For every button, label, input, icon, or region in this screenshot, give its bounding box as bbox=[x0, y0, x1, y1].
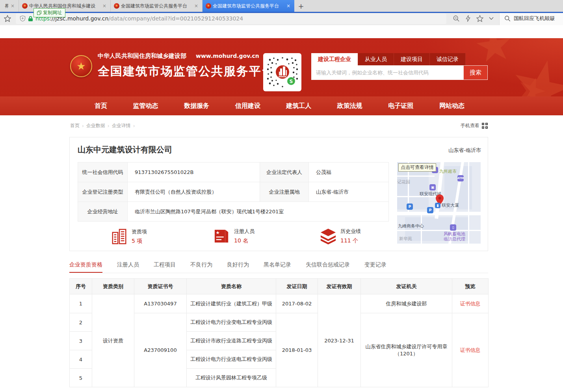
certificate-info-link[interactable]: 证书信息 bbox=[460, 301, 481, 307]
main-navigation: 首页 监管动态 数据服务 信用建设 建筑工人 政策法规 电子证照 网站动态 bbox=[0, 96, 563, 115]
table-row: 1 设计资质 A137030497 工程设计建筑行业（建筑工程）甲级 2017-… bbox=[70, 294, 489, 313]
map-label-supermarket: 九州超市 bbox=[439, 169, 457, 174]
company-name: 山东中元建筑设计有限公司 bbox=[78, 144, 172, 155]
search-icon bbox=[504, 15, 511, 22]
tab-dishonesty-records[interactable]: 失信联合惩戒记录 bbox=[306, 261, 350, 273]
tab-registered-personnel[interactable]: 注册人员 bbox=[117, 261, 139, 273]
cell-no: 1 bbox=[70, 294, 92, 313]
favorite-star-icon[interactable] bbox=[476, 15, 483, 22]
tab-close-icon[interactable]: × bbox=[102, 3, 107, 9]
emblem-favicon-icon: ★ bbox=[206, 3, 211, 9]
url-text[interactable]: https://jzsc.mohurd.gov.cn/data/company/… bbox=[35, 15, 243, 22]
tab-qualifications[interactable]: 企业资质资格 bbox=[69, 261, 102, 273]
keyword-search-input[interactable] bbox=[311, 65, 463, 80]
browser-tab-1[interactable]: 界 × bbox=[0, 0, 19, 12]
browser-tab-3[interactable]: ★ 全国建筑市场监管公共服务平台 × bbox=[111, 0, 203, 12]
stat-qualifications[interactable]: 资质项 5 项 bbox=[111, 228, 147, 245]
qualification-table: 序号 资质类别 资质证书号 资质名称 发证日期 发证有效期 发证机关 预览 1 … bbox=[69, 278, 489, 387]
tab-bad-behavior[interactable]: 不良行为 bbox=[190, 261, 212, 273]
battery-pin-icon: ▯ bbox=[450, 224, 456, 231]
cell-no: 5 bbox=[70, 369, 92, 387]
reg-region-label: 企业注册属地 bbox=[260, 182, 309, 202]
location-map[interactable]: 点击可查看详情 ● 九州超市 ATM 记花园 ▣ 联安现代城 ▮ 联安大厦 P … bbox=[397, 162, 481, 244]
company-stats: 资质项 5 项 ★ 注册人员 10 名 bbox=[78, 228, 388, 248]
search-button[interactable]: 搜索 bbox=[463, 65, 488, 80]
breadcrumb-separator: › bbox=[133, 123, 135, 129]
tab-close-icon[interactable]: × bbox=[193, 3, 199, 9]
nav-item-home[interactable]: 首页 bbox=[95, 102, 107, 110]
shield-permissions-icon[interactable] bbox=[20, 15, 26, 22]
header-search-panel: 建设工程企业 从业人员 建设项目 诚信记录 搜索 bbox=[311, 53, 488, 80]
breadcrumb-home[interactable]: 首页 bbox=[70, 122, 80, 129]
cell-name: 工程设计市政行业道路工程专业丙级 bbox=[187, 332, 276, 350]
site-logo[interactable]: ★ 中华人民共和国住房和城乡建设部 www.mohurd.gov.cn 全国建筑… bbox=[70, 52, 274, 80]
tab-change-records[interactable]: 变更记录 bbox=[364, 261, 386, 273]
lightning-icon[interactable] bbox=[465, 15, 471, 22]
tab-blacklist[interactable]: 黑名单记录 bbox=[264, 261, 291, 273]
map-label-battery-line1: 风帆蓄电池 bbox=[444, 232, 465, 237]
search-tab-enterprise[interactable]: 建设工程企业 bbox=[311, 53, 358, 65]
nav-item-supervision[interactable]: 监管动态 bbox=[133, 102, 158, 110]
copy-icon bbox=[37, 11, 41, 15]
search-tab-credit[interactable]: 诚信记录 bbox=[430, 53, 466, 65]
col-header-category: 资质类别 bbox=[92, 279, 134, 294]
certificate-info-link[interactable]: 证书信息 bbox=[460, 347, 481, 353]
company-info-table: 统一社会信用代码 91371302675501022B 企业法定代表人 公茂福 … bbox=[78, 162, 389, 222]
zoom-out-icon[interactable] bbox=[453, 15, 460, 22]
search-tab-project[interactable]: 建设项目 bbox=[394, 53, 430, 65]
nav-item-e-license[interactable]: 电子证照 bbox=[388, 102, 413, 110]
browser-tab-bar: 界 × ★ 中华人民共和国住房和城乡建设 × ★ 全国建筑市场监管公共服务平台 … bbox=[0, 0, 563, 12]
search-tab-personnel[interactable]: 从业人员 bbox=[358, 53, 394, 65]
table-row: 统一社会信用代码 91371302675501022B 企业法定代表人 公茂福 bbox=[78, 163, 389, 182]
tab-close-icon[interactable]: × bbox=[10, 3, 15, 9]
address-label: 企业经营地址 bbox=[78, 202, 128, 222]
table-row: 企业登记注册类型 有限责任公司（自然人投资或控股） 企业注册属地 山东省-临沂市 bbox=[78, 182, 389, 202]
nav-item-policy[interactable]: 政策法规 bbox=[337, 102, 362, 110]
map-label-battery-line2: 临沂总代理 bbox=[444, 237, 465, 242]
browser-tab-4-active[interactable]: ★ 全国建筑市场监管公共服务平台 × bbox=[203, 0, 294, 12]
hot-search-box[interactable]: 国航回应飞机颠簸 bbox=[499, 12, 563, 25]
col-header-validity: 发证有效期 bbox=[318, 279, 361, 294]
nav-item-site-news[interactable]: 网站动态 bbox=[439, 102, 465, 110]
breadcrumb: 首页 › 企业数据 › 企业详情 › 手机查看 bbox=[70, 122, 488, 129]
new-tab-button[interactable]: + bbox=[294, 0, 308, 12]
map-label-garden: 记花园 bbox=[397, 180, 410, 185]
mobile-view-control[interactable]: 手机查看 bbox=[461, 122, 488, 129]
nav-item-workers[interactable]: 建筑工人 bbox=[286, 102, 311, 110]
bookmark-star-icon[interactable] bbox=[4, 15, 11, 22]
credit-code-value: 91371302675501022B bbox=[128, 163, 260, 182]
breadcrumb-company-data[interactable]: 企业数据 bbox=[86, 122, 105, 129]
detail-tabs: 企业资质资格 注册人员 工程项目 不良行为 良好行为 黑名单记录 失信联合惩戒记… bbox=[69, 261, 488, 273]
certificate-icon: ★ bbox=[214, 228, 230, 244]
cell-name: 工程设计电力行业送电工程专业丙级 bbox=[187, 350, 276, 369]
cell-name: 工程设计建筑行业（建筑工程）甲级 bbox=[187, 294, 276, 313]
cell-preview: 证书信息 bbox=[452, 313, 489, 387]
miniprogram-qr-code: S bbox=[263, 53, 301, 91]
tab-title: 全国建筑市场监管公共服务平台 bbox=[121, 3, 192, 9]
tab-close-icon[interactable]: × bbox=[286, 3, 291, 9]
mobile-view-label: 手机查看 bbox=[461, 122, 479, 129]
qr-code-icon[interactable] bbox=[482, 123, 488, 129]
credit-code-label: 统一社会信用代码 bbox=[78, 163, 128, 182]
emblem-favicon-icon: ★ bbox=[22, 3, 28, 9]
reg-region-value: 山东省-临沂市 bbox=[309, 182, 389, 202]
nav-item-data-service[interactable]: 数据服务 bbox=[184, 102, 209, 110]
address-value: 临沂市兰山区陶然路107号星河晶都（联安）现代城1号楼2201室 bbox=[128, 202, 389, 222]
search-category-tabs: 建设工程企业 从业人员 建设项目 诚信记录 bbox=[311, 53, 488, 65]
legal-rep-label: 企业法定代表人 bbox=[260, 163, 309, 182]
stat-historical-performance[interactable]: 历史业绩 111 个 bbox=[320, 228, 361, 244]
stat-registered-personnel[interactable]: ★ 注册人员 10 名 bbox=[214, 228, 255, 244]
map-road bbox=[397, 230, 481, 231]
cell-no: 3 bbox=[70, 332, 92, 350]
url-bar[interactable]: https://jzsc.mohurd.gov.cn/data/company/… bbox=[16, 13, 446, 24]
cell-preview: 证书信息 bbox=[452, 294, 489, 313]
ministry-name: 中华人民共和国住房和城乡建设部 bbox=[98, 52, 186, 60]
chevron-down-icon[interactable] bbox=[489, 17, 494, 20]
nav-item-credit[interactable]: 信用建设 bbox=[235, 102, 260, 110]
cell-name: 工程设计电力行业变电工程专业丙级 bbox=[187, 313, 276, 332]
tab-projects[interactable]: 工程项目 bbox=[154, 261, 176, 273]
cell-authority: 住房和城乡建设部 bbox=[361, 294, 452, 313]
cell-authority: 山东省住房和城乡建设厅许可专用章（1201） bbox=[361, 313, 452, 387]
tab-good-behavior[interactable]: 良好行为 bbox=[227, 261, 249, 273]
breadcrumb-company-detail[interactable]: 企业详情 bbox=[112, 122, 131, 129]
